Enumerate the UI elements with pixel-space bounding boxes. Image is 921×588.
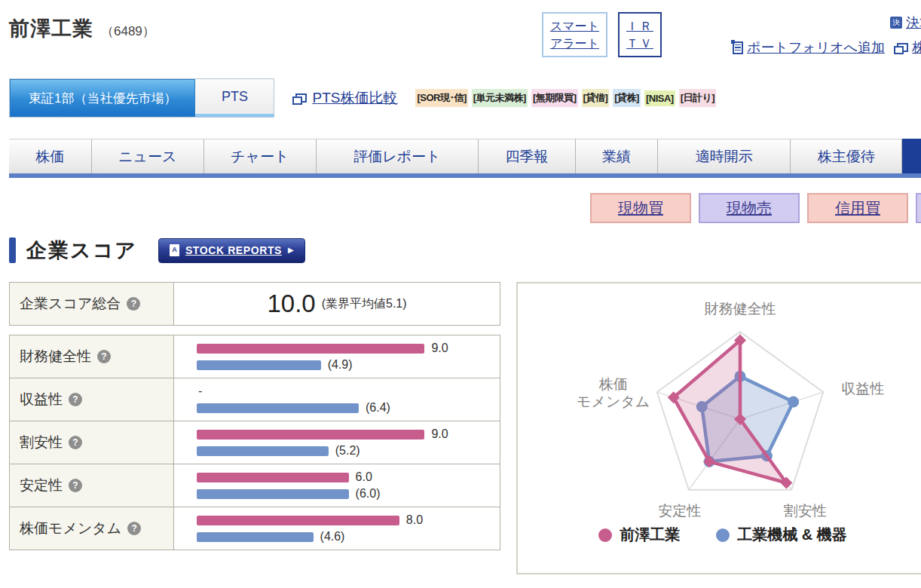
company-bar-line: 6.0 xyxy=(197,471,500,483)
legend-item: 工業機械 & 機器 xyxy=(716,525,847,545)
kessan-link-row: 決 決算 xyxy=(890,14,921,32)
score-label: 株価モメンタム xyxy=(20,519,121,538)
industry-bar-line: (4.9) xyxy=(197,359,500,371)
score-summary-row: 企業スコア総合 ? 10.0 (業界平均値5.1) xyxy=(10,283,500,325)
kessan-icon: 決 xyxy=(890,17,902,29)
score-value-cell: 6.0 (6.0) xyxy=(174,464,500,507)
nav-active-tab[interactable] xyxy=(901,139,921,173)
legend-dot-icon xyxy=(716,528,730,542)
company-bar-line: - xyxy=(197,385,500,397)
trade-button-2[interactable]: 信用買 xyxy=(807,193,908,223)
score-detail-table: 財務健全性 ? 9.0 (4.9) 収益性 ? xyxy=(9,335,500,550)
radar-axis-label: 収益性 xyxy=(841,381,884,397)
arrow-right-icon: ▶ xyxy=(288,246,294,254)
stock-reports-button[interactable]: STOCK REPORTS ▶ xyxy=(158,238,305,263)
nav-item-7[interactable]: 株主優待 xyxy=(790,139,901,173)
score-bars: 8.0 (4.6) xyxy=(174,507,500,550)
pts-compare-link[interactable]: PTS株価比較 xyxy=(295,88,397,108)
radar-axis-label: 安定性 xyxy=(658,503,701,519)
industry-bar-line: (6.4) xyxy=(197,402,500,414)
company-score-bar xyxy=(197,430,424,439)
industry-marker xyxy=(788,397,799,408)
kabu-link[interactable]: 株 xyxy=(897,38,921,57)
portfolio-add-link[interactable]: ポートフォリオへ追加 xyxy=(733,38,885,57)
industry-score-value: (4.6) xyxy=(320,530,345,544)
company-score-bar xyxy=(197,344,424,354)
chart-legend: 前澤工業工業機械 & 機器 xyxy=(518,525,921,545)
trade-button-0[interactable]: 現物買 xyxy=(590,193,691,223)
score-value-cell: - (6.4) xyxy=(174,378,500,421)
nav-item-0[interactable]: 株価 xyxy=(9,139,91,173)
summary-label-cell: 企業スコア総合 ? xyxy=(10,283,174,325)
nav-item-4[interactable]: 四季報 xyxy=(478,139,575,173)
ir-tv-label-1: ＩＲ xyxy=(626,17,653,35)
page-header: 前澤工業 （6489） スマート アラート ＩＲ ＴＶ 決 決算 xyxy=(9,9,921,74)
kessan-link[interactable]: 決 決算 xyxy=(890,14,921,32)
nav-item-2[interactable]: チャート xyxy=(203,139,316,173)
main-nav: 株価ニュースチャート評価レポート四季報業績適時開示株主優待 xyxy=(9,139,921,178)
nav-item-6[interactable]: 適時開示 xyxy=(657,139,790,173)
trade-button-3[interactable] xyxy=(916,193,921,223)
score-summary-table: 企業スコア総合 ? 10.0 (業界平均値5.1) xyxy=(9,282,500,326)
company-name: 前澤工業 xyxy=(9,15,93,42)
radar-axis-label: 割安性 xyxy=(784,503,827,519)
report-page-icon xyxy=(170,244,179,256)
attribute-tag: [無期限買] xyxy=(531,89,578,107)
company-score-value: - xyxy=(198,384,202,398)
score-label: 安定性 xyxy=(20,476,63,495)
score-label: 収益性 xyxy=(20,390,63,409)
section-title: 企業スコア xyxy=(26,237,137,264)
total-score-value: 10.0 xyxy=(267,289,315,318)
industry-score-bar xyxy=(197,446,329,456)
radar-chart: 財務健全性収益性割安性安定性株価モメンタム xyxy=(518,283,921,523)
help-icon[interactable]: ? xyxy=(127,522,141,535)
nav-item-1[interactable]: ニュース xyxy=(91,139,203,173)
score-bars: 9.0 (4.9) xyxy=(174,335,500,378)
score-label: 割安性 xyxy=(20,433,63,452)
kabu-link-label: 株 xyxy=(912,38,921,57)
industry-bar-line: (5.2) xyxy=(197,445,500,457)
help-icon[interactable]: ? xyxy=(97,350,111,363)
attribute-tag: [SOR現･信] xyxy=(415,89,467,107)
smart-alert-label-1: スマート xyxy=(550,17,599,35)
company-title: 前澤工業 （6489） xyxy=(9,9,155,42)
tab-tse1[interactable]: 東証1部（当社優先市場） xyxy=(10,79,195,117)
industry-score-value: (4.9) xyxy=(328,358,353,372)
help-icon[interactable]: ? xyxy=(69,393,82,406)
industry-score-bar xyxy=(197,403,359,413)
industry-score-value: (6.0) xyxy=(356,487,381,501)
tab-pts[interactable]: PTS xyxy=(195,79,274,117)
kessan-link-label: 決算 xyxy=(906,14,921,32)
nav-item-3[interactable]: 評価レポート xyxy=(316,139,478,173)
legend-series-name: 工業機械 & 機器 xyxy=(737,525,847,545)
trade-button-1[interactable]: 現物売 xyxy=(699,193,800,223)
page: 前澤工業 （6489） スマート アラート ＩＲ ＴＶ 決 決算 xyxy=(0,0,921,588)
score-label-cell: 財務健全性 ? xyxy=(10,335,174,378)
attribute-tag: [NISA] xyxy=(644,90,675,106)
stock-reports-label: STOCK REPORTS xyxy=(185,244,282,256)
company-score-value: 6.0 xyxy=(356,470,372,484)
smart-alert-label-2: アラート xyxy=(550,35,599,52)
summary-label: 企業スコア総合 xyxy=(20,294,121,314)
score-row: 割安性 ? 9.0 (5.2) xyxy=(10,421,500,464)
header-actions: スマート アラート ＩＲ ＴＶ 決 決算 ポートフォリオへ追加 xyxy=(542,9,921,57)
company-bar-line: 9.0 xyxy=(197,342,500,354)
industry-score-bar xyxy=(197,360,321,370)
score-label-cell: 割安性 ? xyxy=(10,421,174,464)
smart-alert-button[interactable]: スマート アラート xyxy=(542,12,607,57)
radar-chart-panel: 財務健全性収益性割安性安定性株価モメンタム 前澤工業工業機械 & 機器 xyxy=(516,282,921,574)
help-icon[interactable]: ? xyxy=(69,479,82,492)
company-score-value: 9.0 xyxy=(431,427,448,441)
company-score-bar xyxy=(197,473,349,482)
company-score-bar xyxy=(197,516,399,525)
help-icon[interactable]: ? xyxy=(127,297,140,311)
market-tabs: 東証1部（当社優先市場） PTS xyxy=(9,78,274,118)
section-accent-bar xyxy=(9,237,16,263)
help-icon[interactable]: ? xyxy=(69,436,82,449)
ir-tv-button[interactable]: ＩＲ ＴＶ xyxy=(618,12,662,57)
score-label: 財務健全性 xyxy=(20,347,91,366)
attribute-tag: [貸借] xyxy=(582,89,610,107)
trade-button-label: 現物買 xyxy=(618,198,663,219)
company-bar-line: 8.0 xyxy=(197,514,500,526)
nav-item-5[interactable]: 業績 xyxy=(575,139,658,173)
